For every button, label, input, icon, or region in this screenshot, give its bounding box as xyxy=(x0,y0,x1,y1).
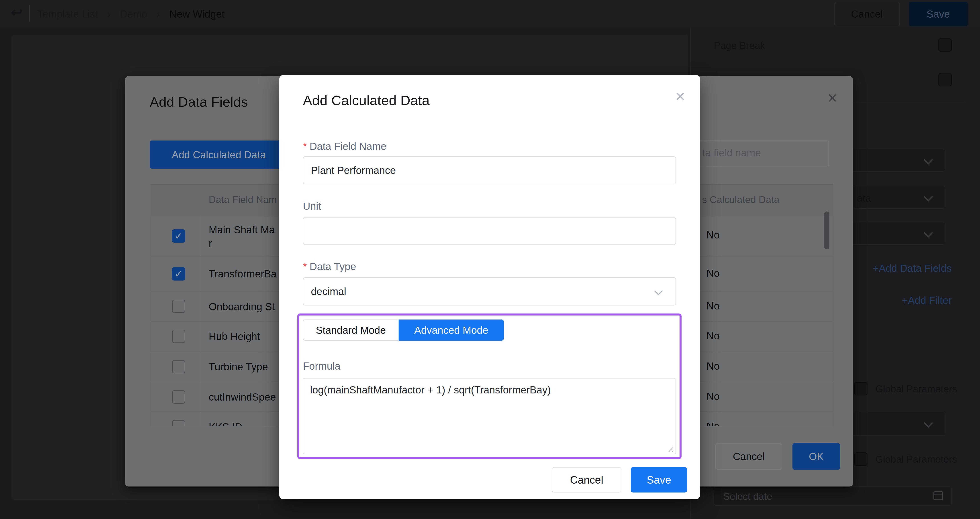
calc-modal-title: Add Calculated Data xyxy=(303,92,430,108)
row-checkbox[interactable]: ✓ xyxy=(172,229,185,243)
table-scrollbar[interactable] xyxy=(824,211,829,249)
chevron-down-icon xyxy=(924,155,933,165)
data-type-select[interactable]: decimal xyxy=(303,277,676,305)
formula-textarea[interactable]: log(mainShaftManufactor + 1) / sqrt(Tran… xyxy=(303,378,676,454)
row-calculated-value: No xyxy=(706,360,720,372)
row-calculated-value: No xyxy=(706,267,720,279)
panel-select-value: ata xyxy=(857,192,871,204)
add-filter-link[interactable]: +Add Filter xyxy=(869,294,952,306)
formula-label: Formula xyxy=(303,360,340,372)
calendar-icon xyxy=(934,491,943,500)
page-break-checkbox[interactable] xyxy=(939,38,952,52)
row-calculated-value: No xyxy=(706,300,720,312)
row-name: Main Shaft Ma r xyxy=(209,223,275,250)
chevron-down-icon xyxy=(654,287,663,295)
chevron-down-icon xyxy=(924,418,933,428)
unit-label: Unit xyxy=(303,200,321,212)
app-root: ↩ Template List › Demo › New Widget Canc… xyxy=(0,0,980,519)
row-checkbox[interactable]: ✓ xyxy=(172,330,185,343)
tab-advanced-mode[interactable]: Advanced Mode xyxy=(399,319,504,341)
row-name: Hub Height xyxy=(209,330,260,343)
data-field-name-value: Plant Performance xyxy=(311,164,396,176)
data-field-name-label: *Data Field Name xyxy=(303,140,387,152)
breadcrumb-chevron-icon: › xyxy=(157,8,160,20)
add-calculated-data-modal: Add Calculated Data ✕ *Data Field Name P… xyxy=(279,75,700,499)
column-header-name: Data Field Nam xyxy=(209,194,277,205)
data-type-value: decimal xyxy=(311,286,346,297)
field-search-placeholder: ta field name xyxy=(702,147,761,159)
row-checkbox[interactable]: ✓ xyxy=(172,390,185,404)
row-name: Turbine Type xyxy=(209,360,268,373)
top-bar: ↩ Template List › Demo › New Widget Canc… xyxy=(0,0,980,28)
calc-modal-close-icon[interactable]: ✕ xyxy=(675,90,686,103)
row-checkbox[interactable]: ✓ xyxy=(172,267,185,281)
row-checkbox[interactable]: ✓ xyxy=(172,300,185,313)
page-break-label: Page Break xyxy=(714,40,765,51)
row-name: KKS ID xyxy=(209,420,242,426)
chevron-down-icon xyxy=(924,192,933,202)
row-calculated-value: No xyxy=(706,420,720,426)
add-calculated-data-button[interactable]: Add Calculated Data xyxy=(150,141,288,169)
required-asterisk: * xyxy=(303,261,307,272)
fields-modal-ok-button[interactable]: OK xyxy=(792,443,840,470)
fields-modal-close-icon[interactable]: ✕ xyxy=(827,92,838,105)
topbar-divider xyxy=(29,5,30,22)
back-icon[interactable]: ↩ xyxy=(11,5,23,20)
fields-modal-title: Add Data Fields xyxy=(150,94,248,110)
page-save-button[interactable]: Save xyxy=(909,2,968,26)
breadcrumb: Template List › Demo › New Widget xyxy=(37,0,224,28)
row-name: Onboarding St xyxy=(209,300,275,313)
date-picker-input[interactable]: Select date xyxy=(714,487,952,506)
page-cancel-button[interactable]: Cancel xyxy=(834,2,900,26)
row-calculated-value: No xyxy=(706,229,720,241)
data-field-name-input[interactable]: Plant Performance xyxy=(303,156,676,184)
breadcrumb-demo[interactable]: Demo xyxy=(120,8,147,20)
add-data-fields-link[interactable]: +Add Data Fields xyxy=(869,262,952,274)
column-header-calculated: s Calculated Data xyxy=(702,194,780,205)
row-calculated-value: No xyxy=(706,330,720,342)
row-name: TransformerBa xyxy=(209,267,277,281)
breadcrumb-chevron-icon: › xyxy=(107,8,110,20)
row-checkbox[interactable]: ✓ xyxy=(172,360,185,373)
fields-modal-cancel-button[interactable]: Cancel xyxy=(715,443,782,470)
calc-modal-save-button[interactable]: Save xyxy=(631,467,687,492)
breadcrumb-new-widget: New Widget xyxy=(169,8,224,20)
required-asterisk: * xyxy=(303,141,307,152)
global-parameters-label: Global Parameters xyxy=(875,383,957,395)
tab-standard-mode[interactable]: Standard Mode xyxy=(303,319,399,341)
resize-handle-icon[interactable] xyxy=(667,445,673,452)
row-name: cutInwindSpee xyxy=(209,390,276,404)
breadcrumb-template-list[interactable]: Template List xyxy=(37,8,98,20)
panel-checkbox[interactable] xyxy=(939,73,952,86)
calc-modal-cancel-button[interactable]: Cancel xyxy=(552,467,621,492)
chevron-down-icon xyxy=(924,228,933,238)
global-parameters-label: Global Parameters xyxy=(875,454,957,465)
global-parameters-checkbox[interactable] xyxy=(854,382,867,395)
date-placeholder: Select date xyxy=(723,491,772,502)
unit-input[interactable] xyxy=(303,217,676,245)
formula-value: log(mainShaftManufactor + 1) / sqrt(Tran… xyxy=(310,384,551,396)
row-calculated-value: No xyxy=(706,390,720,402)
global-parameters-checkbox[interactable] xyxy=(854,452,867,466)
data-type-label: *Data Type xyxy=(303,260,356,273)
row-checkbox[interactable]: ✓ xyxy=(172,420,185,426)
